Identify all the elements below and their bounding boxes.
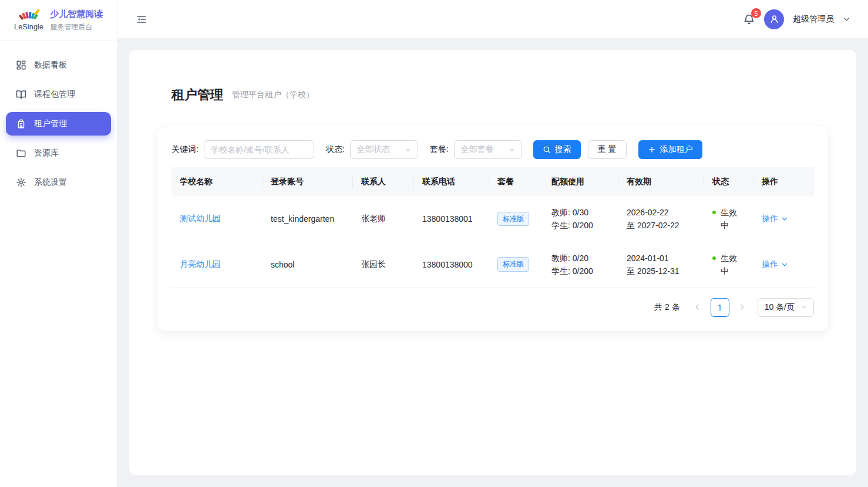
- brand-logo-word: LeSingle: [14, 23, 43, 31]
- reset-button[interactable]: 重 置: [588, 140, 627, 159]
- brand-text: 少儿智慧阅读 服务管理后台: [50, 9, 103, 32]
- sidebar-item-label: 数据看板: [34, 60, 67, 70]
- page-subtitle: 管理平台租户（学校）: [232, 90, 314, 100]
- status-cell: 生效中: [704, 242, 753, 287]
- page-size-value: 10 条/页: [765, 302, 795, 313]
- col-quota: 配额使用: [543, 167, 618, 197]
- row-actions-dropdown[interactable]: 操作: [762, 214, 788, 224]
- prev-page-button[interactable]: [689, 298, 706, 317]
- sidebar-nav: 数据看板 课程包管理 租户管理 资源库 系统设置: [0, 41, 117, 212]
- chevron-right-icon: [738, 303, 746, 311]
- page-number-button[interactable]: 1: [711, 298, 729, 317]
- topbar: 5 超级管理员: [117, 0, 868, 38]
- brand: LeSingle 少儿智慧阅读 服务管理后台: [0, 0, 117, 41]
- building-icon: [16, 119, 26, 129]
- quota-teacher: 教师: 0/30: [551, 206, 610, 219]
- status-dot: [712, 211, 716, 214]
- status-cell: 生效中: [704, 197, 753, 242]
- page-header: 租户管理 管理平台租户（学校）: [171, 86, 828, 104]
- sidebar-collapse-button[interactable]: [136, 13, 147, 25]
- logo-bars-icon: [16, 9, 41, 23]
- status-badge: 生效中: [721, 252, 741, 278]
- add-tenant-button[interactable]: 添加租户: [638, 140, 702, 159]
- sidebar-item-settings[interactable]: 系统设置: [6, 171, 111, 194]
- validity-cell: 2024-01-01 至 2025-12-31: [618, 242, 704, 287]
- col-account: 登录账号: [263, 167, 353, 197]
- valid-from: 2026-02-22: [627, 206, 696, 219]
- dashboard-icon: [16, 60, 26, 70]
- status-select-value: 全部状态: [357, 144, 390, 155]
- chevron-down-icon: [509, 147, 515, 153]
- phone-cell: 13800138000: [414, 242, 489, 287]
- tenant-table: 学校名称 登录账号 联系人 联系电话 套餐 配额使用 有效期 状态 操作: [171, 167, 814, 288]
- plan-badge: 标准版: [497, 257, 529, 271]
- table-row: 月亮幼儿园 school 张园长 13800138000 标准版 教师: 0/2…: [171, 242, 814, 287]
- keyword-input[interactable]: [204, 140, 314, 159]
- account-cell: test_kindergarten: [263, 197, 353, 242]
- quota-student: 学生: 0/200: [551, 219, 610, 232]
- search-button[interactable]: 搜索: [533, 140, 581, 159]
- col-contact: 联系人: [353, 167, 414, 197]
- sidebar-item-label: 资源库: [34, 148, 59, 158]
- gear-icon: [16, 177, 26, 188]
- sidebar-item-tenants[interactable]: 租户管理: [6, 112, 111, 136]
- next-page-button[interactable]: [734, 298, 751, 317]
- sidebar-item-dashboard[interactable]: 数据看板: [6, 53, 111, 77]
- brand-subtitle: 服务管理后台: [50, 22, 103, 32]
- quota-cell: 教师: 0/20 学生: 0/200: [543, 242, 618, 287]
- chevron-left-icon: [694, 303, 701, 311]
- chevron-down-icon: [781, 261, 788, 268]
- sidebar: LeSingle 少儿智慧阅读 服务管理后台 数据看板 课程包管理 租户管理 资…: [0, 0, 117, 487]
- chevron-down-icon: [781, 215, 788, 222]
- quota-student: 学生: 0/200: [551, 265, 610, 278]
- avatar[interactable]: [764, 9, 784, 29]
- plus-icon: [648, 146, 656, 154]
- col-actions: 操作: [753, 167, 814, 197]
- book-icon: [16, 89, 26, 100]
- validity-cell: 2026-02-22 至 2027-02-22: [618, 197, 704, 242]
- main-area: 5 超级管理员 租户管理 管理平台租户（学校） 关键词: 状态:: [117, 0, 868, 487]
- school-name-link[interactable]: 月亮幼儿园: [180, 259, 221, 269]
- contact-cell: 张老师: [353, 197, 414, 242]
- sidebar-item-label: 系统设置: [34, 177, 67, 188]
- status-dot: [712, 256, 716, 260]
- sidebar-item-resources[interactable]: 资源库: [6, 141, 111, 165]
- page-card: 租户管理 管理平台租户（学校） 关键词: 状态: 全部状态 套餐: 全部套餐: [129, 50, 856, 475]
- user-menu-toggle[interactable]: [843, 15, 850, 23]
- brand-logo: LeSingle: [14, 9, 43, 31]
- chevron-down-icon: [800, 304, 807, 310]
- page-title: 租户管理: [171, 86, 223, 104]
- quota-teacher: 教师: 0/20: [551, 252, 610, 265]
- row-actions-dropdown[interactable]: 操作: [762, 259, 788, 270]
- status-label: 状态:: [326, 144, 345, 155]
- status-badge: 生效中: [721, 206, 741, 232]
- status-select[interactable]: 全部状态: [350, 140, 418, 159]
- filter-bar: 关键词: 状态: 全部状态 套餐: 全部套餐 搜索: [171, 140, 814, 159]
- table-row: 测试幼儿园 test_kindergarten 张老师 13800138001 …: [171, 197, 814, 242]
- col-school: 学校名称: [171, 167, 263, 197]
- page-size-select[interactable]: 10 条/页: [758, 298, 814, 317]
- sidebar-item-course-packages[interactable]: 课程包管理: [6, 83, 111, 106]
- brand-title: 少儿智慧阅读: [50, 9, 103, 20]
- plan-label: 套餐:: [430, 144, 449, 155]
- user-name[interactable]: 超级管理员: [793, 14, 834, 25]
- plan-select-value: 全部套餐: [461, 144, 494, 155]
- quota-cell: 教师: 0/30 学生: 0/200: [543, 197, 618, 242]
- valid-to: 至 2025-12-31: [627, 265, 696, 278]
- notifications-button[interactable]: 5: [743, 13, 755, 25]
- col-phone: 联系电话: [414, 167, 489, 197]
- phone-cell: 13800138001: [414, 197, 489, 242]
- account-cell: school: [263, 242, 353, 287]
- plan-badge: 标准版: [497, 212, 529, 226]
- keyword-label: 关键词:: [171, 144, 199, 155]
- sidebar-item-label: 课程包管理: [34, 89, 75, 100]
- menu-fold-icon: [136, 13, 147, 25]
- valid-to: 至 2027-02-22: [627, 219, 696, 232]
- plan-select[interactable]: 全部套餐: [454, 140, 522, 159]
- col-validity: 有效期: [618, 167, 704, 197]
- pagination: 共 2 条 1 10 条/页: [171, 298, 814, 317]
- school-name-link[interactable]: 测试幼儿园: [180, 214, 221, 223]
- sidebar-item-label: 租户管理: [34, 119, 67, 129]
- col-status: 状态: [704, 167, 753, 197]
- table-header: 学校名称 登录账号 联系人 联系电话 套餐 配额使用 有效期 状态 操作: [171, 167, 814, 197]
